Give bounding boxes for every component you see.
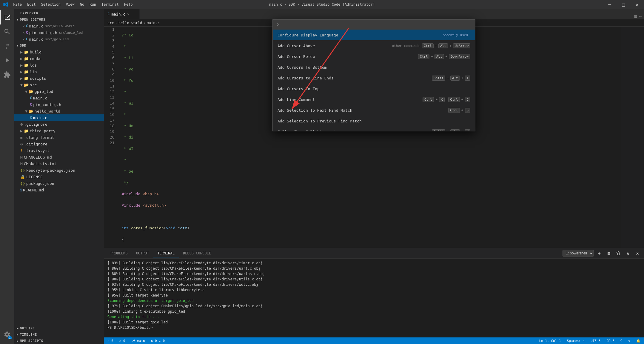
tree-item-scripts[interactable]: ▶ 📁 scripts (14, 75, 104, 82)
npm-chevron: ▶ (17, 339, 19, 343)
recently-used-badge: recently used (442, 33, 468, 37)
tree-item-gitignore1[interactable]: ⚙ .gitignore (14, 121, 104, 128)
tree-item-changelog[interactable]: M CHANGELOG.md (14, 154, 104, 160)
close-button[interactable]: ✕ (630, 0, 644, 9)
maximize-button[interactable]: □ (617, 0, 630, 9)
folder-icon: 📁 (24, 76, 29, 81)
tree-item-lds[interactable]: ▶ 📁 lds (14, 62, 104, 68)
activity-extensions[interactable] (0, 67, 14, 82)
folder-icon: 📁 (24, 56, 29, 61)
file-path: src\gpio_led (59, 31, 83, 35)
menu-selection[interactable]: Selection (39, 2, 63, 7)
window-title: main.c - SDK - Visual Studio Code [Admin… (269, 2, 375, 7)
tree-item-third-party[interactable]: ▶ 📁 third_party (14, 128, 104, 134)
file-name: pin_config.h (29, 30, 57, 35)
cmd-add-cursors-top[interactable]: Add Cursors To Top (273, 83, 475, 94)
h-file-icon: C (26, 30, 28, 35)
tree-item-cmake[interactable]: ▶ 📁 cmake (14, 55, 104, 62)
c-file-icon: C (26, 37, 28, 41)
tree-item-src[interactable]: ▼ 📂 src (14, 82, 104, 88)
cmd-add-selection-next-find[interactable]: Add Selection To Next Find Match Ctrl + … (273, 105, 475, 116)
chevron-down-icon: ▼ (20, 83, 23, 87)
minimize-button[interactable]: ─ (603, 0, 617, 9)
command-input[interactable] (275, 21, 473, 28)
activity-settings[interactable]: 1 (0, 327, 14, 342)
window-controls: ─ □ ✕ (603, 0, 644, 9)
activity-run-debug[interactable] (0, 53, 14, 67)
menu-file[interactable]: File (11, 2, 24, 7)
open-editor-pin-config[interactable]: ✕ C pin_config.h src\gpio_led (14, 29, 104, 36)
tree-item-pin-config[interactable]: C pin_config.h (14, 101, 104, 108)
tree-item-clang-format[interactable]: ≡ .clang-format (14, 134, 104, 141)
tree-item-hello-world[interactable]: ▼ 📂 hello_world (14, 108, 104, 114)
info-icon: ℹ (20, 188, 22, 192)
command-palette-overlay: Configure Display Language recently used… (104, 19, 644, 344)
tree-item-license[interactable]: 🔒 LICENSE (14, 173, 104, 180)
config-file-icon: ≡ (20, 135, 23, 140)
h-file-icon: C (30, 102, 32, 107)
split-editor-icon[interactable]: ⊞ (634, 13, 637, 19)
sdk-label: SDK (20, 44, 26, 47)
titlebar: File Edit Selection View Go Run Terminal… (0, 0, 644, 9)
file-path: src\hello_world (45, 24, 75, 28)
json-icon: {} (20, 181, 25, 186)
tree-item-build[interactable]: ▶ 📁 build (14, 49, 104, 55)
open-editors-label: OPEN EDITORS (20, 18, 45, 22)
c-file-icon: C (30, 116, 32, 120)
tree-item-lib[interactable]: ▶ 📁 lib (14, 68, 104, 75)
cmd-add-line-comment[interactable]: Add Line Comment Ctrl + K Ctrl + C (273, 94, 475, 105)
tree-item-kendryte-package[interactable]: {} kendryte-package.json (14, 167, 104, 173)
close-icon[interactable]: ✕ (23, 31, 25, 35)
cmd-add-cursors-bottom[interactable]: Add Cursors To Bottom (273, 62, 475, 73)
tree-item-readme[interactable]: ℹ README.md (14, 187, 104, 193)
cmd-add-selection-prev-find[interactable]: Add Selection To Previous Find Match (273, 116, 475, 126)
activity-search[interactable] (0, 24, 14, 39)
tab-label: main.c (111, 12, 125, 16)
menu-terminal[interactable]: Terminal (99, 2, 121, 7)
cmake-icon: M (20, 162, 23, 166)
close-icon[interactable]: ✕ (23, 37, 25, 41)
tree-item-main-c-hello[interactable]: C main.c (14, 114, 104, 121)
file-name: main.c (29, 24, 43, 28)
menu-go[interactable]: Go (78, 2, 87, 7)
tree-item-gitignore2[interactable]: ⚙ .gitignore (14, 141, 104, 147)
cmd-add-cursors-line-ends[interactable]: Add Cursors to Line Ends Shift + Alt + I (273, 73, 475, 83)
menu-edit[interactable]: Edit (25, 2, 38, 7)
timeline-section[interactable]: ▶ TIMELINE (14, 331, 104, 338)
command-palette: Configure Display Language recently used… (272, 19, 475, 131)
cmd-configure-display-language[interactable]: Configure Display Language recently used (273, 30, 475, 40)
tab-main-c[interactable]: C main.c ✕ (104, 9, 140, 19)
open-editor-main-c-gpio[interactable]: ✕ C main.c src\gpio_led (14, 36, 104, 42)
cmd-add-cursor-above[interactable]: Add Cursor Above other commands Ctrl + A… (273, 40, 475, 51)
outline-section[interactable]: ▶ OUTLINE (14, 325, 104, 331)
cmd-show-call-hierarchy[interactable]: Calls: Show Call Hierarchy Shift + Alt +… (273, 126, 475, 131)
tree-item-travis[interactable]: ! .travis.yml (14, 147, 104, 154)
tree-item-package-json[interactable]: {} package.json (14, 180, 104, 187)
tree-item-main-c-gpio[interactable]: C main.c (14, 95, 104, 101)
open-editors-section[interactable]: ▼ OPEN EDITORS (14, 16, 104, 23)
menu-help[interactable]: Help (122, 2, 135, 7)
menu-view[interactable]: View (64, 2, 77, 7)
editor-area: C main.c ✕ ⊞ ⋯ src › hello_world › main.… (104, 9, 644, 344)
chevron-right-icon: ▶ (20, 50, 23, 54)
file-tree: ▶ 📁 build ▶ 📁 cmake ▶ 📁 lds ▶ 📁 lib (14, 49, 104, 325)
tab-close-icon[interactable]: ✕ (127, 12, 129, 16)
more-actions-icon[interactable]: ⋯ (639, 13, 642, 19)
command-list: Configure Display Language recently used… (273, 30, 475, 131)
tree-item-cmakelists[interactable]: M CMakeLists.txt (14, 160, 104, 167)
activity-explorer[interactable] (0, 10, 14, 24)
sidebar: EXPLORER ▼ OPEN EDITORS ✕ C main.c src\h… (14, 9, 104, 344)
open-editor-main-c-hello[interactable]: ✕ C main.c src\hello_world (14, 23, 104, 29)
close-icon[interactable]: ✕ (23, 24, 25, 28)
tree-item-gpio-led[interactable]: ▼ 📂 gpio_led (14, 88, 104, 95)
cmd-add-cursor-below[interactable]: Add Cursor Below Ctrl + Alt + DownArrow (273, 51, 475, 62)
settings-file-icon: ⚙ (20, 122, 23, 127)
chevron-down-icon: ▼ (25, 89, 27, 94)
tab-bar: C main.c ✕ ⊞ ⋯ (104, 9, 644, 19)
npm-scripts-section[interactable]: ▶ NPM SCRIPTS (14, 338, 104, 344)
sdk-section[interactable]: ▼ SDK (14, 42, 104, 49)
app-body: 1 EXPLORER ▼ OPEN EDITORS ✕ C main.c src… (0, 9, 644, 344)
settings-file-icon: ⚙ (20, 142, 23, 146)
menu-run[interactable]: Run (87, 2, 98, 7)
activity-source-control[interactable] (0, 39, 14, 53)
